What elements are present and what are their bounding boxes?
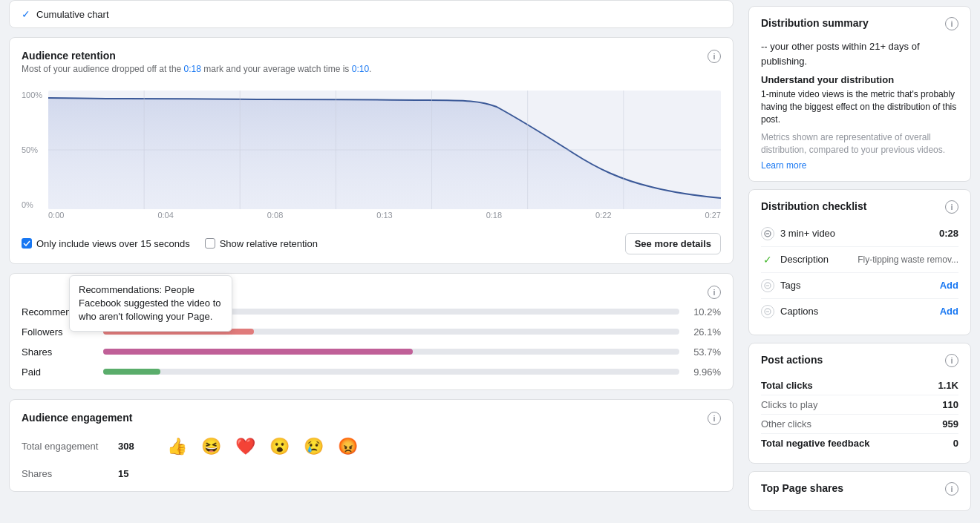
retention-title: Audience retention — [22, 50, 371, 62]
total-clicks-value: 1.1K — [938, 380, 958, 391]
checklist-row-captions: Captions Add — [761, 299, 958, 324]
checklist-info-icon[interactable]: i — [945, 200, 958, 214]
checklist-label-video: 3 min+ video — [780, 228, 933, 239]
clicks-to-play-value: 110 — [942, 399, 958, 410]
cumulative-label: Cumulative chart — [36, 9, 109, 20]
post-actions-title: Post actions — [761, 354, 823, 366]
checkbox-unchecked-icon — [205, 238, 215, 249]
chart-svg-area — [48, 91, 721, 209]
emoji-haha[interactable]: 😆 — [197, 432, 225, 461]
checklist-check-icon-description: ✓ — [761, 253, 774, 266]
checklist-add-captions[interactable]: Add — [940, 306, 958, 317]
other-clicks-value: 959 — [942, 418, 958, 430]
checklist-value-video: 0:28 — [939, 228, 958, 239]
drop-mark-link[interactable]: 0:18 — [184, 64, 201, 74]
retention-info-icon[interactable]: i — [708, 50, 721, 63]
post-actions-row-other-clicks: Other clicks 959 — [761, 415, 958, 434]
dist-summary-title: Distribution summary — [761, 17, 869, 29]
checklist-label-captions: Captions — [780, 306, 934, 317]
bar-fill-paid — [103, 369, 160, 375]
dist-summary-text: -- your other posts within 21+ days of p… — [761, 39, 958, 68]
engagement-row-total: Total engagement 308 👍 😆 ❤️ 😮 😢 😡 — [22, 432, 721, 461]
post-actions-row-negative-feedback: Total negative feedback 0 — [761, 434, 958, 453]
engagement-row-shares: Shares 15 — [22, 468, 721, 479]
post-actions-row-clicks-play: Clicks to play 110 — [761, 395, 958, 415]
cumulative-bar: ✓ Cumulative chart — [9, 0, 734, 28]
emoji-like[interactable]: 👍 — [163, 432, 191, 461]
checklist-title: Distribution checklist — [761, 200, 866, 212]
distribution-info-icon[interactable]: i — [708, 286, 721, 299]
retention-controls: Only include views over 15 seconds Show … — [22, 233, 721, 254]
checklist-row-video: 3 min+ video 0:28 — [761, 221, 958, 247]
other-clicks-label: Other clicks — [761, 418, 942, 430]
total-negative-feedback-value: 0 — [953, 438, 958, 449]
audience-retention-card: Audience retention Most of your audience… — [9, 37, 734, 264]
checkbox-relative-retention[interactable]: Show relative retention — [205, 238, 318, 249]
post-actions-row-total-clicks: Total clicks 1.1K — [761, 376, 958, 395]
post-actions-card: Post actions i Total clicks 1.1K Clicks … — [748, 343, 971, 464]
checklist-value-description: Fly-tipping waste remov... — [858, 254, 958, 265]
chart-y-labels: 100% 50% 0% — [22, 91, 48, 209]
total-negative-feedback-label: Total negative feedback — [761, 438, 953, 449]
post-actions-info-icon[interactable]: i — [945, 354, 958, 367]
emoji-sad[interactable]: 😢 — [299, 432, 327, 461]
checkbox-views-over-15[interactable]: Only include views over 15 seconds — [22, 238, 190, 249]
see-more-details-button[interactable]: See more details — [625, 233, 721, 254]
checklist-add-tags[interactable]: Add — [940, 280, 958, 291]
checklist-label-tags: Tags — [780, 280, 934, 291]
top-page-shares-info-icon[interactable]: i — [945, 482, 958, 496]
emoji-angry[interactable]: 😡 — [333, 432, 362, 461]
top-page-shares-title: Top Page shares — [761, 482, 843, 494]
checkbox-checked-icon — [22, 238, 32, 249]
engagement-title: Audience engagement — [22, 412, 132, 424]
emoji-wow[interactable]: 😮 — [265, 432, 293, 461]
checklist-row-description: ✓ Description Fly-tipping waste remov... — [761, 247, 958, 273]
checklist-row-tags: Tags Add — [761, 273, 958, 299]
dist-summary-understand-text: 1-minute video views is the metric that'… — [761, 88, 958, 125]
clicks-to-play-label: Clicks to play — [761, 399, 942, 410]
bar-row-shares: Shares 53.7% — [22, 346, 721, 358]
total-clicks-label: Total clicks — [761, 380, 938, 391]
checklist-circle-icon-tags — [761, 279, 774, 292]
distribution-summary-card: Distribution summary i -- your other pos… — [748, 6, 971, 182]
emoji-reaction-row: 👍 😆 ❤️ 😮 😢 😡 — [163, 432, 362, 461]
checklist-circle-icon-video — [761, 227, 774, 240]
avg-watch-link[interactable]: 0:10 — [352, 64, 369, 74]
engagement-info-icon[interactable]: i — [708, 412, 721, 425]
recommendations-tooltip: Recommendations: People Facebook suggest… — [69, 275, 232, 332]
dist-summary-meta: Metrics shown are representative of over… — [761, 131, 958, 157]
distribution-reach-card: Recommendations: People Facebook suggest… — [9, 273, 734, 390]
dist-summary-understand-title: Understand your distribution — [761, 74, 958, 85]
bar-row-paid: Paid 9.96% — [22, 366, 721, 378]
chart-x-labels: 0:00 0:04 0:08 0:13 0:18 0:22 0:27 — [48, 211, 721, 224]
top-page-shares-card: Top Page shares i — [748, 471, 971, 511]
checklist-circle-icon-captions — [761, 305, 774, 318]
retention-subtitle: Most of your audience dropped off at the… — [22, 63, 371, 76]
audience-engagement-card: Audience engagement i Total engagement 3… — [9, 399, 734, 492]
emoji-love[interactable]: ❤️ — [231, 432, 259, 461]
checklist-label-description: Description — [780, 254, 852, 265]
distribution-checklist-card: Distribution checklist i 3 min+ video 0:… — [748, 189, 971, 335]
dist-learn-more-link[interactable]: Learn more — [761, 160, 806, 171]
dist-summary-info-icon[interactable]: i — [945, 17, 958, 30]
bar-fill-shares — [103, 349, 413, 355]
retention-chart: 100% 50% 0% — [22, 91, 721, 224]
